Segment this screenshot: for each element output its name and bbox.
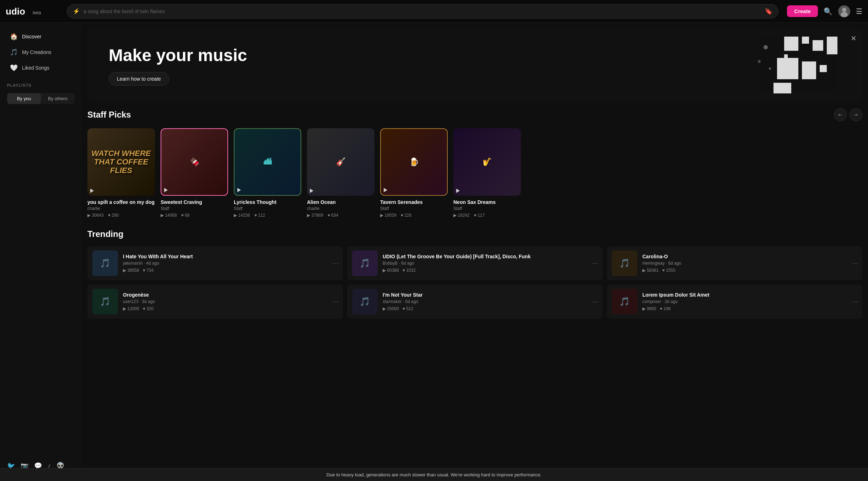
card-thumbnail: WATCH WHERE THAT COFFEE FLIES — [87, 128, 155, 196]
my-creations-icon: 🎵 — [10, 48, 18, 56]
card-art: 🎸 — [307, 128, 374, 196]
hero-learn-button[interactable]: Learn how to create — [109, 72, 169, 86]
staff-pick-card[interactable]: WATCH WHERE THAT COFFEE FLIES you spilt … — [87, 128, 155, 218]
staff-picks-section: Staff Picks ← → WATCH WHERE THAT COFFEE … — [82, 108, 868, 229]
card-stats: ▶ 30643 ♥ 290 — [87, 213, 155, 218]
playlist-toggles: By you By others — [7, 93, 75, 104]
trending-item[interactable]: 🎵 UDIO (Let The Groove Be Your Guide) [F… — [347, 246, 603, 280]
trending-meta: jakemarsh · 4d ago — [123, 261, 338, 266]
trending-more-button[interactable]: ⋯ — [592, 259, 598, 267]
trending-more-button[interactable]: ⋯ — [592, 298, 598, 306]
play-indicator — [237, 188, 241, 192]
sidebar-item-label: Discover — [22, 34, 41, 39]
hero-close-button[interactable]: ✕ — [851, 34, 857, 43]
card-thumbnail: 🏙 — [234, 128, 301, 196]
staff-picks-next-button[interactable]: → — [850, 108, 862, 121]
staff-picks-prev-button[interactable]: ← — [834, 108, 847, 121]
trending-info: Orogenèse user123 · 3d ago ▶ 12000 ♥ 320 — [123, 292, 338, 311]
card-plays: ▶ 14068 — [161, 213, 177, 218]
card-author: charlie — [87, 206, 155, 211]
trending-plays: ▶ 12000 — [123, 306, 139, 311]
card-stats: ▶ 19559 ♥ 226 — [380, 213, 448, 218]
bookmark-icon[interactable]: 🔖 — [765, 7, 772, 15]
card-author: Staff — [234, 206, 301, 211]
card-stats: ▶ 37869 ♥ 634 — [307, 213, 374, 218]
play-indicator — [310, 189, 313, 193]
card-plays: ▶ 37869 — [307, 213, 323, 218]
trending-info: Lorem Ipsum Dolor Sit Amet composer · 2d… — [642, 292, 857, 311]
card-stats: ▶ 14068 ♥ 68 — [161, 213, 228, 218]
staff-picks-title: Staff Picks — [87, 110, 131, 120]
card-likes: ♥ 634 — [328, 213, 338, 218]
trending-header: Trending — [87, 229, 862, 239]
topbar: udio beta ⚡ 🔖 Create 🔍 ☰ — [0, 0, 868, 23]
hero-text: Make your music Learn how to create — [109, 45, 247, 86]
card-likes: ♥ 226 — [401, 213, 411, 218]
card-art: 🏙 — [234, 129, 301, 195]
playlists-section-label: PLAYLISTS — [0, 76, 82, 90]
trending-more-button[interactable]: ⋯ — [852, 259, 858, 267]
card-likes: ♥ 68 — [181, 213, 190, 218]
card-plays: ▶ 19559 — [380, 213, 397, 218]
svg-point-2 — [841, 12, 848, 17]
hero-graphic — [727, 33, 841, 98]
trending-more-button[interactable]: ⋯ — [332, 298, 339, 306]
sidebar-item-discover[interactable]: 🏠 Discover — [3, 29, 79, 44]
search-bar[interactable]: ⚡ 🔖 — [67, 4, 778, 18]
sidebar-item-liked-songs[interactable]: 🤍 Liked Songs — [3, 60, 79, 75]
search-input[interactable] — [83, 9, 761, 14]
sidebar-nav: 🏠 Discover🎵 My Creations🤍 Liked Songs — [0, 28, 82, 76]
staff-pick-card[interactable]: 🎸 Alien Ocean charlie ▶ 37869 ♥ 634 — [307, 128, 374, 218]
svg-rect-6 — [827, 37, 837, 54]
staff-pick-card[interactable]: 🏙 Lyricless Thought Staff ▶ 14236 ♥ 112 — [234, 128, 301, 218]
liked-songs-icon: 🤍 — [10, 64, 18, 72]
search-icon[interactable]: 🔍 — [824, 7, 832, 16]
playlist-tab-by-you[interactable]: By you — [7, 93, 41, 104]
card-stats: ▶ 14236 ♥ 112 — [234, 213, 301, 218]
playlist-tab-by-others[interactable]: By others — [41, 93, 75, 104]
trending-item[interactable]: 🎵 Orogenèse user123 · 3d ago ▶ 12000 ♥ 3… — [87, 285, 343, 319]
card-likes: ♥ 117 — [474, 213, 485, 218]
card-art: WATCH WHERE THAT COFFEE FLIES — [87, 128, 155, 196]
svg-point-1 — [842, 8, 846, 12]
create-button[interactable]: Create — [787, 5, 818, 17]
trending-item[interactable]: 🎵 I Hate You With All Your Heart jakemar… — [87, 246, 343, 280]
trending-title: UDIO (Let The Groove Be Your Guide) [Ful… — [383, 254, 598, 259]
card-stats: ▶ 16242 ♥ 117 — [453, 213, 521, 218]
card-author: Staff — [161, 206, 228, 211]
hero-title: Make your music — [109, 45, 247, 65]
card-plays: ▶ 14236 — [234, 213, 250, 218]
card-likes: ♥ 112 — [254, 213, 265, 218]
trending-likes: ♥ 320 — [143, 306, 153, 311]
sidebar-item-my-creations[interactable]: 🎵 My Creations — [3, 45, 79, 60]
card-plays: ▶ 30643 — [87, 213, 104, 218]
trending-item[interactable]: 🎵 I'm Not Your Star starmaker · 5d ago ▶… — [347, 285, 603, 319]
trending-stats: ▶ 9800 ♥ 198 — [642, 306, 857, 311]
svg-rect-8 — [777, 58, 798, 79]
trending-likes: ♥ 198 — [660, 306, 670, 311]
staff-pick-card[interactable]: 🎷 Neon Sax Dreams Staff ▶ 16242 ♥ 117 — [453, 128, 521, 218]
trending-more-button[interactable]: ⋯ — [332, 259, 339, 267]
trending-plays: ▶ 25000 — [383, 306, 399, 311]
lightning-icon: ⚡ — [73, 8, 80, 15]
avatar[interactable] — [838, 5, 850, 17]
trending-stats: ▶ 38558 ♥ 734 — [123, 268, 338, 273]
trending-meta: Hemingway · 6d ago — [642, 261, 857, 266]
card-art: 🍫 — [161, 129, 227, 195]
menu-icon[interactable]: ☰ — [856, 7, 862, 16]
trending-more-button[interactable]: ⋯ — [852, 298, 858, 306]
card-author: charlie — [307, 206, 374, 211]
sidebar-item-label: My Creations — [22, 49, 51, 55]
trending-item[interactable]: 🎵 Carolina-O Hemingway · 6d ago ▶ 58361 … — [607, 246, 862, 280]
discover-icon: 🏠 — [10, 33, 18, 40]
svg-rect-10 — [773, 83, 791, 93]
trending-meta: BobbyB · 6d ago — [383, 261, 598, 266]
trending-item[interactable]: 🎵 Lorem Ipsum Dolor Sit Amet composer · … — [607, 285, 862, 319]
card-title: Neon Sax Dreams — [453, 199, 521, 205]
staff-pick-card[interactable]: 🍫 Sweetest Craving Staff ▶ 14068 ♥ 68 — [161, 128, 228, 218]
svg-rect-3 — [784, 37, 798, 51]
trending-title: Carolina-O — [642, 254, 857, 259]
trending-stats: ▶ 60388 ♥ 1032 — [383, 268, 598, 273]
trending-meta: starmaker · 5d ago — [383, 299, 598, 304]
staff-pick-card[interactable]: 🍺 Tavern Serenades Staff ▶ 19559 ♥ 226 — [380, 128, 448, 218]
